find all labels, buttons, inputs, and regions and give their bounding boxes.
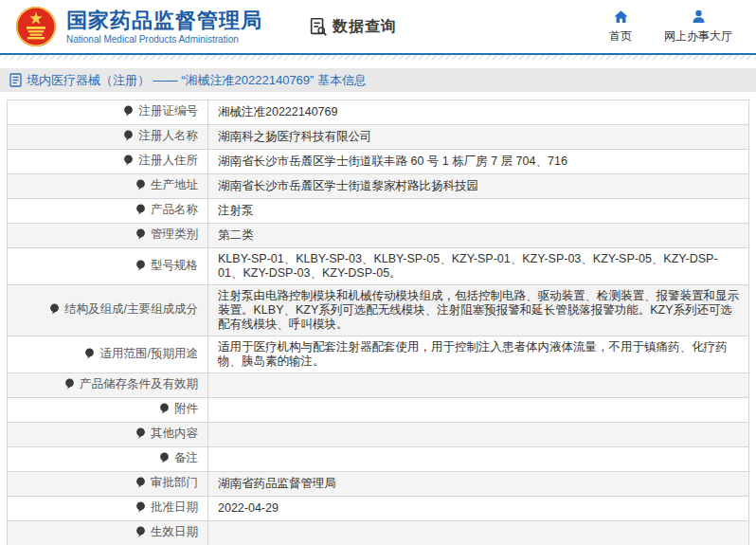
- table-row: 批准日期 2022-04-29: [8, 497, 749, 521]
- table-row: 产品名称 注射泵: [8, 199, 749, 224]
- note-icon: [135, 526, 146, 541]
- row-value: 2022-04-29: [218, 501, 279, 515]
- page: 国家药品监督管理局 National Medical Products Admi…: [0, 0, 756, 545]
- table-row: 适用范围/预期用途 适用于医疗机构与配套注射器配套使用，用于控制注入患者体内液体…: [8, 336, 749, 373]
- row-value: KLBY-SP-01、KLBY-SP-03、KLBY-SP-05、KZY-SP-…: [218, 252, 718, 280]
- row-label: 其他内容: [151, 427, 198, 440]
- row-label: 注册证编号: [139, 104, 199, 118]
- row-label: 适用范围/预期用途: [100, 347, 198, 360]
- note-icon: [159, 452, 170, 467]
- page-title: 境内医疗器械（注册） —— “湘械注准20222140769” 基本信息: [27, 72, 367, 89]
- row-label: 附件: [174, 402, 198, 415]
- person-icon: [691, 9, 707, 25]
- note-icon: [64, 378, 75, 393]
- row-value: 第二类: [218, 228, 254, 242]
- row-label: 产品储存条件及有效期: [80, 377, 198, 391]
- row-value: 湘械注准20222140769: [218, 105, 337, 118]
- row-label: 生产地址: [151, 178, 198, 191]
- note-icon: [135, 204, 146, 219]
- nav-online-hall[interactable]: 网上办事大厅: [664, 9, 732, 45]
- row-value: 湖南省药品监督管理局: [218, 477, 336, 490]
- nav-home[interactable]: 首页: [609, 9, 632, 45]
- note-icon: [135, 477, 146, 492]
- table-row: 管理类别 第二类: [8, 224, 749, 248]
- note-icon: [49, 303, 60, 318]
- note-icon: [135, 179, 146, 194]
- nav-online-hall-label: 网上办事大厅: [664, 28, 732, 45]
- note-icon: [123, 154, 134, 170]
- table-row: 产品储存条件及有效期: [8, 373, 749, 398]
- table-row: 注册证编号 湘械注准20222140769: [8, 100, 749, 125]
- table-row: 备注: [8, 447, 749, 472]
- row-label: 备注: [174, 451, 198, 464]
- row-label: 产品名称: [151, 203, 198, 216]
- row-value: 适用于医疗机构与配套注射器配套使用，用于控制注入患者体内液体流量，不用于镇痛药、…: [218, 340, 728, 368]
- note-icon: [123, 130, 134, 145]
- note-icon: [123, 105, 134, 120]
- site-subtitle: National Medical Products Administration: [66, 33, 262, 45]
- table-row: 注册人住所 湖南省长沙市岳麓区学士街道联丰路 60 号 1 栋厂房 7 层 70…: [8, 150, 749, 174]
- row-value: 湖南省长沙市岳麓区学士街道黎家村路比扬科技园: [218, 179, 478, 192]
- row-label: 生效日期: [151, 525, 198, 538]
- table-row: 其他内容: [8, 423, 749, 447]
- row-value: 注射泵: [218, 204, 254, 217]
- site-title: 国家药品监督管理局: [66, 9, 262, 33]
- home-icon: [613, 9, 629, 25]
- row-label: 审批部门: [151, 476, 198, 489]
- info-table-wrap: 注册证编号 湘械注准20222140769 注册人名称 湖南科之扬医疗科技有限公…: [7, 100, 749, 545]
- row-value: 湖南省长沙市岳麓区学士街道联丰路 60 号 1 栋厂房 7 层 704、716: [218, 154, 567, 168]
- note-icon: [135, 501, 146, 517]
- table-row: 附件: [8, 398, 749, 423]
- table-row: 生效日期: [8, 521, 749, 545]
- table-row: 生产地址 湖南省长沙市岳麓区学士街道黎家村路比扬科技园: [8, 174, 749, 199]
- registration-info-table: 注册证编号 湘械注准20222140769 注册人名称 湖南科之扬医疗科技有限公…: [7, 100, 749, 545]
- note-icon: [135, 427, 146, 443]
- row-label: 批准日期: [151, 500, 198, 514]
- header-hatch-strip: [0, 55, 756, 60]
- row-label: 注册人住所: [139, 154, 199, 167]
- data-query-label: 数据查询: [333, 17, 397, 37]
- row-value: 湖南科之扬医疗科技有限公司: [218, 130, 372, 143]
- row-label: 注册人名称: [139, 129, 199, 142]
- header-nav: 首页 网上办事大厅: [609, 9, 732, 45]
- national-emblem-icon: [15, 6, 57, 47]
- note-icon: [84, 348, 95, 363]
- data-query-button[interactable]: 数据查询: [308, 16, 397, 37]
- note-icon: [135, 260, 146, 275]
- brand: 国家药品监督管理局 National Medical Products Admi…: [66, 9, 262, 45]
- table-row: 注册人名称 湖南科之扬医疗科技有限公司: [8, 125, 749, 150]
- note-icon: [159, 403, 170, 418]
- row-value: 注射泵由电路控制模块和机械传动模块组成，包括控制电路、驱动装置、检测装置、报警装…: [218, 289, 739, 331]
- row-label: 结构及组成/主要组成成分: [64, 302, 198, 316]
- table-row: 型号规格 KLBY-SP-01、KLBY-SP-03、KLBY-SP-05、KZ…: [8, 248, 749, 285]
- document-icon: [9, 73, 22, 87]
- doc-search-icon: [308, 16, 329, 37]
- site-header: 国家药品监督管理局 National Medical Products Admi…: [0, 0, 756, 55]
- nav-home-label: 首页: [609, 28, 632, 45]
- page-title-bar: 境内医疗器械（注册） —— “湘械注准20222140769” 基本信息: [0, 68, 756, 92]
- table-row: 结构及组成/主要组成成分 注射泵由电路控制模块和机械传动模块组成，包括控制电路、…: [8, 285, 749, 336]
- row-label: 管理类别: [151, 227, 198, 241]
- table-row: 审批部门 湖南省药品监督管理局: [8, 472, 749, 497]
- row-label: 型号规格: [151, 259, 198, 272]
- note-icon: [135, 228, 146, 244]
